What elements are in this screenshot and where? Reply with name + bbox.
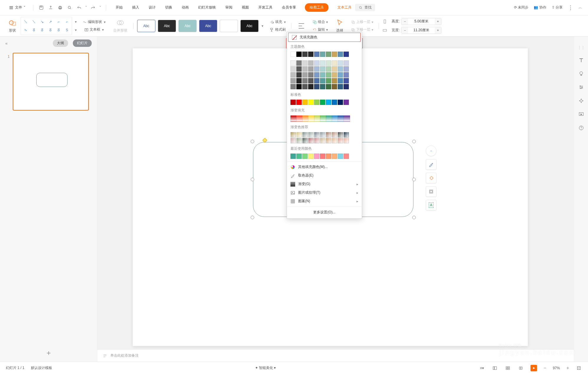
style-swatch[interactable] [220,20,238,32]
tab-insert[interactable]: 插入 [132,3,140,12]
undo-icon[interactable] [76,4,82,11]
color-swatch[interactable] [308,78,313,83]
gradient-swatch[interactable] [326,115,332,122]
style-swatch[interactable]: Abc [137,20,155,32]
gradient-swatch[interactable] [290,138,296,143]
color-swatch[interactable] [314,72,319,78]
sync-status[interactable]: ⟳ 未同步 [514,5,528,10]
connector-icon[interactable]: ⌐ [63,18,70,25]
color-swatch[interactable] [302,72,308,78]
color-swatch[interactable] [338,100,343,105]
color-swatch[interactable] [302,100,308,105]
arrow-icon[interactable]: ↘ [39,18,46,25]
color-swatch[interactable] [290,66,296,72]
normal-view-icon[interactable] [492,365,498,371]
add-slide-button[interactable]: ＋ [0,344,97,362]
color-swatch[interactable] [332,100,337,105]
eyedropper-option[interactable]: 取色器(E) [287,171,362,180]
color-swatch[interactable] [338,72,343,78]
curve-icon[interactable]: ᘔ [30,27,37,34]
gradient-option[interactable]: 渐变(G) ▸ [287,180,362,188]
resize-handle[interactable] [412,140,416,143]
edit-shape-button[interactable]: 编辑形状▾ [81,19,107,26]
text-style-tool[interactable]: A [426,200,436,210]
fill-button[interactable]: 填充▾ [268,19,288,26]
color-swatch[interactable] [308,100,313,105]
bring-forward-button[interactable]: 上移一层▾ [349,19,375,26]
pattern-option[interactable]: 图案(N) ▸ [287,197,362,205]
color-swatch[interactable] [326,78,331,83]
style-swatch[interactable]: Abc [240,20,259,32]
resize-handle[interactable] [251,178,254,181]
gradient-swatch[interactable] [320,132,325,137]
no-fill-option[interactable]: 无填充颜色 [288,33,361,42]
color-swatch[interactable] [326,154,331,159]
color-swatch[interactable] [326,66,331,72]
gradient-swatch[interactable] [308,115,315,122]
notes-pane[interactable]: 单击此处添加备注 [97,349,574,362]
beautify-button[interactable]: ✦ 智能美化 ▾ [255,365,276,370]
gradient-swatch[interactable] [296,138,302,143]
resize-handle[interactable] [251,140,254,143]
tab-drawing-tools[interactable]: 绘图工具 [305,3,329,12]
color-swatch[interactable] [290,100,296,105]
slide-thumbnail-row[interactable]: 1 [8,53,89,111]
curve-icon[interactable]: ∿ [22,27,29,34]
color-swatch[interactable] [308,72,313,78]
tab-animation[interactable]: 动画 [181,3,189,12]
group-button[interactable]: 组合▾ [311,19,330,26]
width-spinner[interactable]: − + [401,27,441,34]
color-swatch[interactable] [326,84,331,89]
width-input[interactable] [408,27,435,34]
color-swatch[interactable] [302,66,308,72]
gradient-swatch[interactable] [338,138,343,143]
color-swatch[interactable] [332,66,337,72]
color-swatch[interactable] [320,52,325,57]
eyedropper-tool[interactable] [426,159,436,170]
collapse-ribbon-icon[interactable]: ︿ [579,5,582,10]
gradient-swatch[interactable] [290,132,296,137]
color-swatch[interactable] [296,78,302,83]
reading-view-icon[interactable] [518,365,524,371]
color-swatch[interactable] [344,66,349,72]
color-swatch[interactable] [320,60,325,66]
resize-handle[interactable] [412,216,416,219]
decrement-button[interactable]: − [402,18,408,25]
text-box-button[interactable]: 文本框▾ [83,26,106,33]
color-swatch[interactable] [338,52,343,57]
help-icon[interactable] [578,125,584,131]
export-icon[interactable] [47,4,54,11]
present-icon[interactable] [578,111,584,117]
gradient-swatch[interactable] [332,138,337,143]
color-swatch[interactable] [290,78,296,83]
gradient-swatch[interactable] [320,115,326,122]
notes-toggle-icon[interactable]: ≡▾ [479,365,485,371]
slide-thumbnail[interactable] [13,53,89,111]
color-swatch[interactable] [308,84,313,89]
file-menu[interactable]: 文件 ˅ [6,4,28,11]
style-swatch[interactable]: Abc [158,20,176,32]
shapes-button[interactable]: 形状 [6,17,19,34]
idea-icon[interactable] [578,71,584,77]
line-icon[interactable]: ＼ [22,18,29,25]
gradient-swatch[interactable] [344,138,349,143]
color-swatch[interactable] [332,84,337,89]
gradient-swatch[interactable] [344,132,349,137]
color-swatch[interactable] [320,100,325,105]
sorter-view-icon[interactable] [505,365,511,371]
gradient-swatch[interactable] [302,138,308,143]
color-swatch[interactable] [326,52,331,57]
zoom-out-button[interactable]: − [426,146,436,156]
style-swatch[interactable]: Abc [178,20,197,32]
gradient-swatch[interactable] [290,115,297,122]
decrement-button[interactable]: − [402,27,408,34]
gallery-expand-icon[interactable]: ▾ [75,28,77,32]
freeform-icon[interactable]: S [63,27,70,34]
color-swatch[interactable] [332,72,337,78]
color-swatch[interactable] [338,84,343,89]
share-button[interactable]: ⇪ 分享 [552,5,563,10]
height-input[interactable] [408,18,435,25]
curve-icon[interactable]: ᘔ [47,27,54,34]
color-swatch[interactable] [296,100,302,105]
color-swatch[interactable] [308,154,313,159]
